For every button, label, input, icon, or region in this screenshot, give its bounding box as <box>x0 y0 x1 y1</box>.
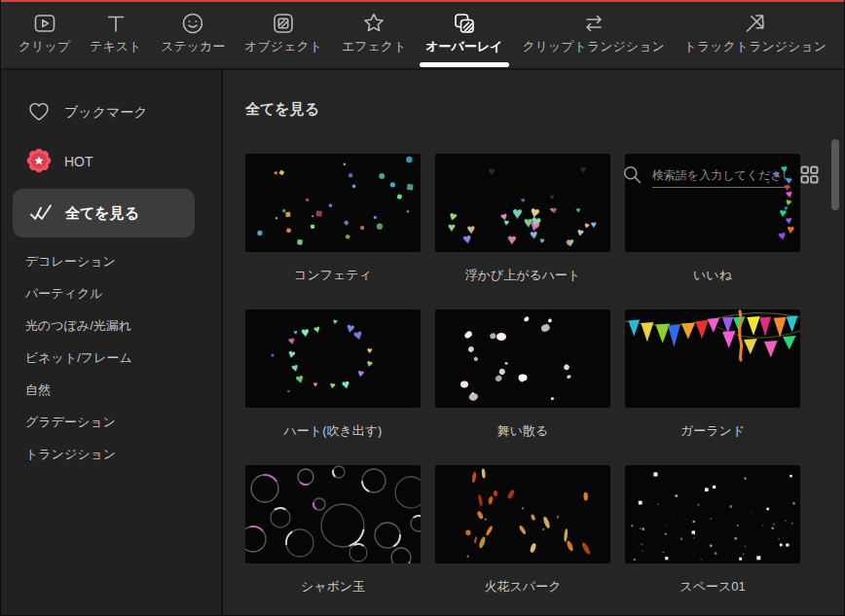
tab-label: クリップトランジション <box>522 39 664 54</box>
sidebar-category-list: デコレーションパーティクル光のつぼみ/光漏れビネット/フレーム自然グラデーション… <box>1 245 221 470</box>
svg-text:♥: ♥ <box>538 236 545 246</box>
sidebar-item-gradation[interactable]: グラデーション <box>1 406 221 438</box>
clip-icon <box>32 11 57 36</box>
svg-text:♥: ♥ <box>551 205 558 216</box>
svg-text:♥: ♥ <box>286 346 297 362</box>
scrollbar-thumb[interactable] <box>831 139 839 210</box>
overlay-item-label: 浮かび上がるハート <box>435 267 610 283</box>
tab-label: エフェクト <box>342 39 407 54</box>
svg-text:♥: ♥ <box>512 203 523 223</box>
svg-text:♥: ♥ <box>332 316 339 327</box>
overlay-item-label: ハート(吹き出す) <box>245 422 421 439</box>
overlay-item-label: コンフェティ <box>245 267 421 283</box>
svg-text:♥: ♥ <box>367 345 373 355</box>
scrollbar <box>830 72 840 614</box>
sidebar-item-decoration[interactable]: デコレーション <box>1 245 221 277</box>
thumbnail-preview: ♥♥♥♥♥♥♥♥♥♥♥♥♥♥♥♥♥ <box>245 309 421 408</box>
clip-transition-icon <box>581 11 606 36</box>
tab-text[interactable]: テキスト <box>90 2 141 68</box>
thumbnail-preview <box>245 465 421 563</box>
object-icon <box>271 11 296 36</box>
thumbnail-preview <box>245 154 421 252</box>
tab-sticker[interactable]: ステッカー <box>161 2 225 68</box>
sidebar-item-hot[interactable]: HOT <box>1 140 221 183</box>
page-title: 全てを見る <box>245 100 319 119</box>
svg-text:♥: ♥ <box>507 231 517 247</box>
overlay-item-label: シャボン玉 <box>245 578 421 595</box>
sidebar: ブックマーク HOT 全てを見る デコレーションパーティクル光のつぼみ/光漏れビ… <box>1 70 223 615</box>
svg-text:♥: ♥ <box>550 193 555 201</box>
track-transition-icon <box>743 11 768 36</box>
main-panel: 全てを見る コンフェティ♥♥♥♥♥♥♥♥♥♥♥♥♥♥♥♥♥♥♥♥♥♥♥♥♥♥♥浮… <box>223 70 844 615</box>
tab-clip-transition[interactable]: クリップトランジション <box>522 2 664 68</box>
overlay-item-garland[interactable]: ガーランド <box>625 309 800 465</box>
sidebar-item-particle[interactable]: パーティクル <box>1 277 221 309</box>
tab-overlay[interactable]: オーバーレイ <box>425 2 502 68</box>
overlay-icon <box>452 11 477 36</box>
svg-text:♥: ♥ <box>290 360 300 375</box>
overlay-item-heart-burst[interactable]: ♥♥♥♥♥♥♥♥♥♥♥♥♥♥♥♥♥ハート(吹き出す) <box>245 309 421 465</box>
svg-text:♥: ♥ <box>312 380 318 389</box>
svg-text:♥: ♥ <box>466 221 475 236</box>
overlay-item-fluttering[interactable]: 舞い散る <box>435 309 610 465</box>
overlay-item-confetti[interactable]: コンフェティ <box>245 154 421 309</box>
svg-text:♥: ♥ <box>591 219 597 230</box>
top-tab-bar: クリップテキストステッカーオブジェクトエフェクトオーバーレイクリップトランジショ… <box>1 2 844 70</box>
overlay-item-label: スペース01 <box>625 578 800 595</box>
svg-text:♥: ♥ <box>365 357 374 369</box>
search-icon[interactable] <box>621 163 643 190</box>
overlay-item-label: ガーランド <box>625 422 800 439</box>
search-cluster <box>621 163 820 190</box>
search-input[interactable] <box>652 166 790 188</box>
main-header: 全てを見る <box>245 99 844 119</box>
overlay-item-label: いいね <box>625 267 800 283</box>
overlay-item-floating-hearts[interactable]: ♥♥♥♥♥♥♥♥♥♥♥♥♥♥♥♥♥♥♥♥♥♥♥♥♥♥♥浮かび上がるハート <box>435 154 610 309</box>
svg-text:♥: ♥ <box>503 218 509 229</box>
svg-text:♥: ♥ <box>329 380 337 391</box>
tab-effect[interactable]: エフェクト <box>342 2 407 68</box>
tab-label: オブジェクト <box>244 39 322 54</box>
overlay-item-soap-bubbles[interactable]: シャボン玉 <box>245 465 421 615</box>
thumbnail-preview <box>435 309 610 408</box>
tab-label: クリップ <box>18 39 70 54</box>
svg-text:♥: ♥ <box>293 329 298 337</box>
sidebar-item-transition[interactable]: トランジション <box>1 438 221 470</box>
thumbnail-preview <box>625 465 800 563</box>
sidebar-item-nature[interactable]: 自然 <box>1 374 221 406</box>
sidebar-item-light-leak[interactable]: 光のつぼみ/光漏れ <box>1 309 221 342</box>
sidebar-item-see-all[interactable]: 全てを見る <box>13 189 195 237</box>
svg-text:♥: ♥ <box>356 367 365 380</box>
sidebar-item-label: 全てを見る <box>65 204 139 223</box>
double-check-icon <box>28 199 54 228</box>
svg-text:♥: ♥ <box>576 225 586 238</box>
thumbnail-preview <box>435 465 610 563</box>
thumbnail-preview <box>625 309 800 408</box>
sidebar-item-label: ブックマーク <box>64 104 148 122</box>
tab-object[interactable]: オブジェクト <box>244 2 322 68</box>
overlay-item-sparks[interactable]: 火花スパーク <box>435 465 610 615</box>
tab-label: ステッカー <box>161 39 225 54</box>
sticker-icon <box>180 11 205 36</box>
active-tab-indicator <box>420 62 509 67</box>
content-area: ブックマーク HOT 全てを見る デコレーションパーティクル光のつぼみ/光漏れビ… <box>1 70 844 615</box>
tab-label: オーバーレイ <box>425 39 502 54</box>
tab-label: トラックトランジション <box>684 39 827 54</box>
sidebar-item-label: HOT <box>64 154 93 169</box>
svg-text:♥: ♥ <box>301 324 311 341</box>
sidebar-item-vignette-frame[interactable]: ビネット/フレーム <box>1 342 221 374</box>
svg-text:♥: ♥ <box>580 163 587 175</box>
overlay-item-space-01[interactable]: スペース01 <box>625 465 800 615</box>
tab-clip[interactable]: クリップ <box>18 2 70 68</box>
text-icon <box>103 11 129 36</box>
sidebar-item-bookmark[interactable]: ブックマーク <box>1 91 221 134</box>
tab-track-transition[interactable]: トラックトランジション <box>684 2 827 68</box>
svg-text:♥: ♥ <box>312 322 321 336</box>
thumbnail-preview: ♥♥♥♥♥♥♥♥♥♥♥♥♥♥♥♥♥♥♥♥♥♥♥♥♥♥♥ <box>435 154 610 252</box>
grid-view-icon[interactable] <box>799 164 820 189</box>
svg-text:♥: ♥ <box>286 388 291 395</box>
app-window: クリップテキストステッカーオブジェクトエフェクトオーバーレイクリップトランジショ… <box>0 0 845 616</box>
overlay-grid: コンフェティ♥♥♥♥♥♥♥♥♥♥♥♥♥♥♥♥♥♥♥♥♥♥♥♥♥♥♥浮かび上がるハ… <box>245 154 844 615</box>
svg-text:♥: ♥ <box>777 228 788 243</box>
svg-text:♥: ♥ <box>448 220 456 235</box>
svg-text:♥: ♥ <box>341 376 351 392</box>
